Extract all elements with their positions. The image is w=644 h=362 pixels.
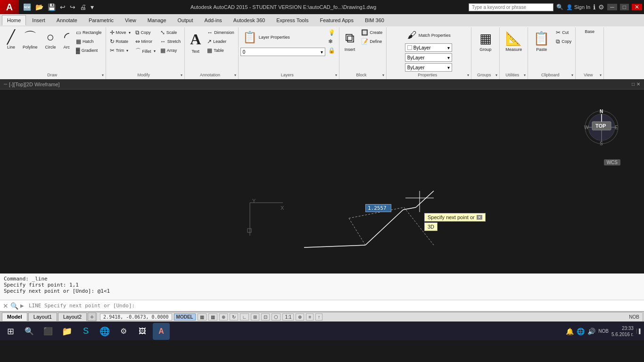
layer-freeze-button[interactable]: ❄ — [326, 37, 337, 46]
fillet-button[interactable]: ⌒ Fillet ▾ — [133, 46, 157, 56]
tab-manage[interactable]: Manage — [142, 15, 172, 25]
sign-in-button[interactable]: 👤 Sign In — [566, 4, 590, 10]
tab-bim360[interactable]: BIM 360 — [360, 15, 389, 25]
linetype-dropdown[interactable]: ByLayer ▾ — [405, 53, 452, 62]
modify-expand-icon[interactable]: ▾ — [181, 73, 182, 77]
tab-featuredapps[interactable]: Featured Apps — [314, 15, 359, 25]
ducs-button[interactable]: ⊡ — [261, 313, 270, 321]
maximize-viewport-icon[interactable]: □ — [632, 82, 635, 87]
line-button[interactable]: ╱ Line — [4, 28, 18, 52]
move-button[interactable]: ✛ Move ▾ — [108, 28, 132, 37]
dyn-button[interactable]: ⬡ — [272, 313, 281, 321]
layer-properties-button[interactable]: 📋 Layer Properties — [240, 28, 325, 46]
chrome-button[interactable]: 🌐 — [96, 323, 113, 340]
create-block-button[interactable]: 🔲Create — [359, 28, 384, 37]
tab-parametric[interactable]: Parametric — [83, 15, 119, 25]
stretch-button[interactable]: ↔Stretch — [158, 37, 183, 46]
search-button[interactable]: 🔍 — [21, 323, 38, 340]
color-dropdown[interactable]: ByLayer ▾ — [405, 43, 452, 52]
mirror-button[interactable]: ⇔ Mirror — [133, 37, 157, 46]
measure-button[interactable]: 📐 Measure — [502, 28, 525, 54]
polar-button[interactable]: ↻ — [230, 313, 238, 321]
qp-button[interactable]: ⊕ — [296, 313, 304, 321]
tab-home[interactable]: Home — [2, 15, 26, 25]
ts-button[interactable]: ↑ — [315, 313, 322, 321]
properties-expand-icon[interactable]: ▾ — [467, 73, 469, 77]
trim-button[interactable]: ✂ Trim ▾ — [108, 46, 132, 55]
skype-button[interactable]: S — [77, 323, 94, 340]
tab-autodesk360[interactable]: Autodesk 360 — [228, 15, 270, 25]
define-attr-button[interactable]: 📝Define — [359, 37, 384, 46]
redo-button[interactable]: ↪ — [68, 2, 77, 12]
hatch-button[interactable]: ▦Hatch — [74, 37, 104, 46]
tab-output[interactable]: Output — [173, 15, 198, 25]
view-expand-icon[interactable]: ▾ — [600, 73, 602, 77]
cut-button[interactable]: ✂Cut — [554, 28, 573, 37]
lineweight-dropdown-arrow[interactable]: ▾ — [447, 65, 450, 70]
layer-dropdown-arrow[interactable]: ▾ — [321, 49, 323, 55]
wcs-label[interactable]: WCS — [604, 159, 620, 165]
polyline-button[interactable]: ⌒ Polyline — [19, 28, 41, 52]
open-button[interactable]: 📂 — [34, 2, 45, 12]
trim-arrow[interactable]: ▾ — [126, 49, 128, 53]
settings-icon[interactable]: ⚙ — [598, 3, 604, 11]
utilities-expand-icon[interactable]: ▾ — [524, 73, 526, 77]
volume-icon[interactable]: 🔊 — [587, 328, 595, 335]
array-button[interactable]: ▦Array — [158, 46, 183, 55]
ortho-button[interactable]: ⊕ — [219, 313, 228, 321]
minimize-button[interactable]: ─ — [607, 4, 617, 10]
annotation-expand-icon[interactable]: ▾ — [234, 73, 236, 77]
insert-button[interactable]: ⧉ Insert — [341, 28, 359, 54]
group-button[interactable]: ▦ Group — [476, 28, 495, 54]
fillet-arrow[interactable]: ▾ — [154, 49, 156, 53]
file-explorer-button[interactable]: 📁 — [58, 323, 75, 340]
match-properties-button[interactable]: 🖌 Match Properties — [405, 28, 453, 42]
minimize-viewport-icon[interactable]: ─ — [4, 82, 7, 87]
app1-button[interactable]: ⚙ — [115, 323, 132, 340]
rectangle-button[interactable]: ▭Rectangle — [74, 28, 104, 37]
tab-annotate[interactable]: Annotate — [51, 15, 83, 25]
undo-button[interactable]: ↩ — [58, 2, 67, 12]
clipboard-copy-button[interactable]: ⧉Copy — [554, 37, 573, 46]
text-button[interactable]: A Text — [187, 28, 204, 56]
scale-button[interactable]: ⤡Scale — [158, 28, 183, 37]
notification-icon[interactable]: 🔔 — [566, 328, 574, 335]
autocad-taskbar-button[interactable]: A — [153, 323, 170, 340]
grid-display-button[interactable]: ▦ — [198, 313, 206, 321]
app-menu-button[interactable]: A — [0, 0, 19, 14]
paste-button[interactable]: 📋 Paste — [530, 28, 553, 54]
color-dropdown-arrow[interactable]: ▾ — [447, 45, 450, 50]
search-input[interactable] — [469, 3, 553, 11]
base-button[interactable]: Base — [583, 28, 597, 35]
tab-view[interactable]: View — [120, 15, 141, 25]
leader-button[interactable]: ↗Leader — [205, 37, 236, 46]
command-input-field[interactable] — [27, 302, 644, 310]
tab-layout2[interactable]: Layout2 — [58, 313, 87, 321]
layer-lock-button[interactable]: 🔒 — [326, 46, 337, 55]
tab-model[interactable]: Model — [2, 313, 27, 321]
tab-insert[interactable]: Insert — [27, 15, 50, 25]
otrack-button[interactable]: ⊞ — [251, 313, 259, 321]
model-space-button[interactable]: MODEL — [174, 313, 196, 321]
task-view-button[interactable]: ⬛ — [40, 323, 57, 340]
command-search-icon[interactable]: 🔍 — [10, 302, 18, 310]
start-button[interactable]: ⊞ — [2, 323, 19, 340]
tab-expresstools[interactable]: Express Tools — [271, 15, 314, 25]
tab-addins[interactable]: Add-ins — [199, 15, 227, 25]
layers-expand-icon[interactable]: ▾ — [335, 73, 337, 77]
command-close-icon[interactable]: ✕ — [3, 302, 8, 310]
snap-button[interactable]: ▦ — [208, 313, 217, 321]
info-button[interactable]: ℹ — [593, 3, 595, 11]
gradient-button[interactable]: ▓Gradient — [74, 46, 104, 55]
close-viewport-icon[interactable]: ✕ — [636, 82, 640, 87]
lineweight-dropdown[interactable]: ByLayer ▾ — [405, 63, 452, 72]
network-icon[interactable]: 🌐 — [577, 328, 585, 335]
move-arrow[interactable]: ▾ — [129, 31, 131, 35]
print-button[interactable]: 🖨 — [78, 2, 88, 12]
table-button[interactable]: ▦Table — [205, 46, 236, 55]
new-button[interactable]: 🆕 — [22, 2, 33, 12]
rotate-button[interactable]: ↻ Rotate — [108, 37, 132, 46]
tab-layout1[interactable]: Layout1 — [28, 313, 57, 321]
layer-dropdown[interactable]: 0 ▾ — [240, 48, 325, 56]
groups-expand-icon[interactable]: ▾ — [495, 73, 497, 77]
